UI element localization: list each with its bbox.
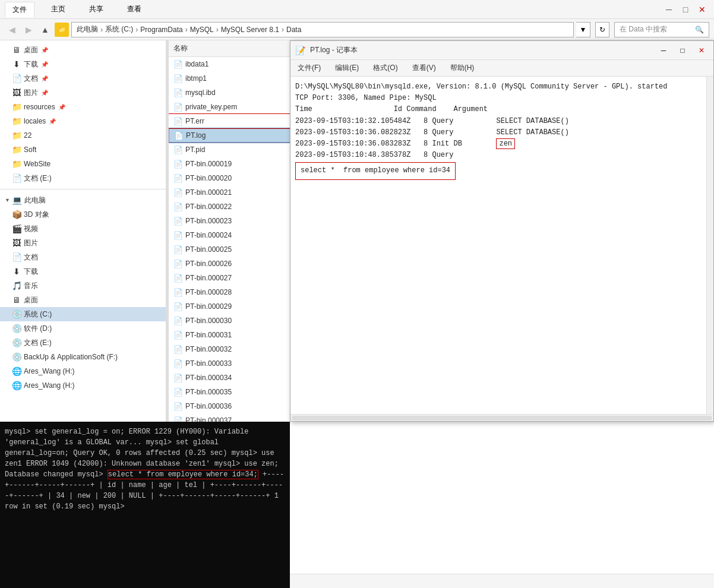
file-name: PT-bin.000026	[185, 260, 232, 268]
sidebar-item-music[interactable]: 🎵 音乐	[0, 279, 166, 293]
terminal-line: mysql>	[99, 502, 124, 511]
search-icon: 🔍	[695, 26, 704, 34]
folder-icon: 📁	[12, 102, 21, 112]
folder-icon: 📁	[55, 23, 69, 37]
sidebar-item-pic1[interactable]: 🖼 图片 📌	[0, 86, 166, 100]
sidebar-item-video[interactable]: 🎬 视频	[0, 222, 166, 236]
terminal[interactable]: mysql> set general_log = on; ERROR 1229 …	[0, 422, 290, 588]
tab-share[interactable]: 共享	[82, 2, 110, 17]
sidebar-label: 系统 (C:)	[24, 309, 52, 320]
sidebar-item-thispc[interactable]: ▼ 💻 此电脑	[0, 193, 166, 207]
file-name: PT-bin.000023	[185, 217, 232, 225]
sidebar-label: 文档 (E:)	[24, 338, 52, 348]
sidebar-item-h-drive2[interactable]: 🌐 Ares_Wang (H:)	[0, 378, 166, 393]
sidebar-item-download2[interactable]: ⬇ 下载	[0, 264, 166, 279]
close-btn[interactable]: ✕	[695, 2, 709, 17]
file-name: PT-bin.000030	[185, 317, 232, 325]
sidebar-item-desktop2[interactable]: 🖥 桌面	[0, 293, 166, 307]
sidebar-label: locales	[24, 117, 46, 125]
sidebar-label: 桌面	[24, 45, 38, 55]
file-icon: 📄	[173, 146, 183, 154]
sidebar-label: 下载	[24, 267, 38, 277]
sidebar-quick-access: 🖥 桌面 📌 ⬇ 下载 📌 📄 文档 📌 🖼 图片 📌 📁 re	[0, 40, 166, 188]
doc-icon: 📄	[12, 173, 21, 183]
sidebar-item-website[interactable]: 📁 WebSite	[0, 157, 166, 171]
tab-view[interactable]: 查看	[120, 2, 149, 17]
file-icon: 📄	[173, 260, 183, 268]
path-programdata[interactable]: ProgramData	[140, 26, 182, 34]
menu-format[interactable]: 格式(O)	[371, 62, 400, 74]
menu-file[interactable]: 文件(F)	[295, 62, 323, 74]
notepad-minimize[interactable]: ─	[656, 43, 671, 58]
sidebar-label: Ares_Wang (H:)	[24, 367, 75, 375]
file-name: PT.log	[186, 131, 206, 140]
maximize-btn[interactable]: □	[678, 2, 693, 17]
network-icon: 🌐	[12, 381, 21, 390]
sidebar-item-d-drive[interactable]: 💿 软件 (D:)	[0, 321, 166, 336]
address-path[interactable]: 此电脑 › 系统 (C:) › ProgramData › MySQL › My…	[71, 22, 574, 37]
address-dropdown[interactable]: ▼	[576, 22, 590, 37]
sidebar-item-f-drive[interactable]: 💿 BackUp & ApplicationSoft (F:)	[0, 350, 166, 364]
file-name: PT.err	[185, 117, 204, 125]
sidebar-item-doc-e[interactable]: 📄 文档 (E:)	[0, 171, 166, 185]
top-toolbar: 文件 主页 共享 查看 ─ □ ✕	[0, 0, 714, 19]
notepad-scrollbar[interactable]	[706, 77, 713, 414]
search-box[interactable]: 在 Data 中搜索 🔍	[614, 22, 709, 37]
file-name: PT-bin.000022	[185, 203, 232, 211]
sidebar-item-doc2[interactable]: 📄 文档	[0, 250, 166, 264]
path-c[interactable]: 系统 (C:)	[105, 24, 133, 34]
sidebar-item-pic2[interactable]: 🖼 图片	[0, 236, 166, 250]
notepad-hscrollbar[interactable]	[290, 414, 713, 421]
computer-icon: 💻	[12, 195, 22, 205]
notepad-query-box: select * from employee where id=34	[295, 162, 456, 179]
music-icon: 🎵	[12, 281, 21, 290]
path-mysql-server[interactable]: MySQL Server 8.1	[221, 26, 279, 34]
file-icon: 📄	[173, 345, 183, 354]
sidebar-item-c-drive[interactable]: 💿 系统 (C:)	[0, 307, 166, 321]
sidebar-item-locales[interactable]: 📁 locales 📌	[0, 114, 166, 128]
sidebar-label: 下载	[24, 59, 38, 69]
file-icon: 📄	[174, 131, 184, 140]
file-icon: 📄	[173, 274, 183, 283]
menu-edit[interactable]: 编辑(E)	[333, 62, 361, 74]
notepad-line1: D:\MySQL\MySQL80\bin\mysqld.exe, Version…	[295, 83, 668, 91]
forward-btn[interactable]: ▶	[21, 23, 36, 37]
sidebar-item-desktop1[interactable]: 🖥 桌面 📌	[0, 43, 166, 57]
notepad-maximize[interactable]: □	[675, 43, 690, 58]
sidebar-label: 文档 (E:)	[24, 173, 52, 184]
notepad-row: 2023-09-15T03:10:32.105484Z 8 Query SELE…	[295, 117, 569, 125]
file-icon: 📄	[173, 288, 183, 297]
notepad-menubar: 文件(F) 编辑(E) 格式(O) 查看(V) 帮助(H)	[290, 60, 713, 77]
sidebar-item-3d[interactable]: 📦 3D 对象	[0, 207, 166, 222]
tab-file[interactable]: 文件	[5, 2, 34, 17]
refresh-btn[interactable]: ↻	[595, 22, 609, 37]
sidebar-item-doc1[interactable]: 📄 文档 📌	[0, 71, 166, 86]
path-mysql[interactable]: MySQL	[190, 26, 214, 34]
back-btn[interactable]: ◀	[5, 23, 19, 37]
notepad-close[interactable]: ✕	[694, 43, 709, 58]
folder-icon: 📁	[12, 131, 21, 140]
sidebar-item-soft[interactable]: 📁 Soft	[0, 143, 166, 157]
file-name: PT-bin.000019	[185, 160, 232, 168]
menu-help[interactable]: 帮助(H)	[448, 62, 477, 74]
up-btn[interactable]: ▲	[38, 23, 52, 37]
sidebar-item-h-drive1[interactable]: 🌐 Ares_Wang (H:)	[0, 364, 166, 378]
file-icon: 📄	[173, 388, 183, 397]
sidebar-item-e-drive[interactable]: 💿 文档 (E:)	[0, 336, 166, 350]
sidebar-item-22[interactable]: 📁 22	[0, 128, 166, 143]
sidebar-this-pc: ▼ 💻 此电脑 📦 3D 对象 🎬 视频 🖼 图片 📄 文档 ⬇	[0, 191, 166, 395]
sidebar-label: BackUp & ApplicationSoft (F:)	[24, 353, 118, 361]
sidebar-item-resources[interactable]: 📁 resources 📌	[0, 100, 166, 114]
file-name: ibtmp1	[185, 74, 207, 83]
path-data[interactable]: Data	[286, 26, 301, 34]
file-icon: 📄	[173, 359, 183, 368]
path-computer[interactable]: 此电脑	[77, 24, 98, 34]
tab-home[interactable]: 主页	[44, 2, 72, 17]
notepad-text[interactable]: D:\MySQL\MySQL80\bin\mysqld.exe, Version…	[290, 77, 706, 414]
sidebar-item-download1[interactable]: ⬇ 下载 📌	[0, 57, 166, 71]
pin-icon: 📌	[48, 117, 56, 125]
menu-view[interactable]: 查看(V)	[410, 62, 438, 74]
drive-icon: 💿	[12, 352, 21, 362]
minimize-btn[interactable]: ─	[662, 2, 676, 17]
file-name: PT-bin.000031	[185, 331, 232, 339]
